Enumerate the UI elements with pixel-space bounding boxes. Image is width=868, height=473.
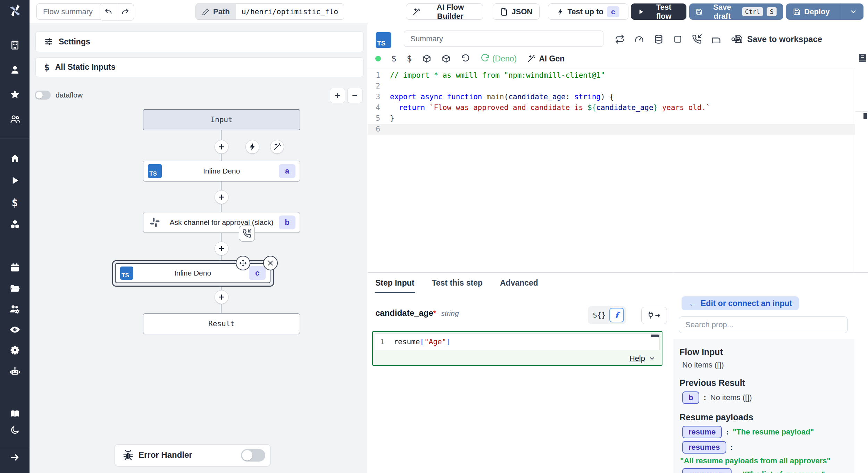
flow-input-empty: No items ([]) [682,361,854,370]
sidebar-item-runs[interactable] [0,172,30,189]
suspend-icon[interactable] [692,34,702,44]
code-editor[interactable]: 1// import * as wmill from "npm:windmill… [368,68,868,275]
save-to-workspace-button[interactable]: Save to workspace [734,34,822,44]
sidebar-item-folders[interactable] [0,280,30,297]
deploy-more-button[interactable] [844,8,863,16]
kbd-s: S [767,7,777,16]
code-line-3[interactable]: 3export async function main(candidate_ag… [368,92,868,102]
sleep-icon[interactable] [711,34,721,44]
deploy-button[interactable]: Deploy [786,7,836,16]
path-button[interactable]: Path [196,4,236,19]
sidebar-item-settings[interactable] [0,342,30,358]
insert-step-button[interactable] [215,242,228,255]
insert-step-button[interactable] [215,140,228,154]
lsp-status-dot [375,56,381,61]
delete-node-button[interactable] [263,256,278,270]
expression-code[interactable]: resume["Age"] [394,338,451,346]
code-line-6[interactable]: 6 [368,124,868,135]
flow-node-b[interactable]: Ask channel for approval (slack) b [143,212,300,233]
chevron-down-icon[interactable] [649,355,656,362]
undo-button[interactable] [100,4,117,20]
insert-step-button[interactable] [215,290,228,304]
scrollbar-thumb[interactable] [863,113,867,119]
error-handler-toggle[interactable] [241,449,265,462]
flow-node-result[interactable]: Result [143,313,300,334]
concurrency-limit-icon[interactable] [634,34,644,44]
sidebar-item-schedules[interactable] [0,259,30,276]
test-flow-button[interactable]: Test flow [631,3,686,20]
search-prop-input[interactable]: Search prop... [679,316,848,333]
javascript-mode-button[interactable]: f [609,308,624,322]
expr-scrollbar-thumb[interactable] [651,335,659,337]
error-handler-card[interactable]: Error Handler [115,444,270,466]
back-arrow: ← [688,299,696,308]
help-link[interactable]: Help [629,354,645,363]
typescript-icon: TS [376,32,391,48]
ai-gen-button[interactable]: AI Gen [527,54,565,64]
resource-icon[interactable] [422,54,431,63]
code-line-2[interactable]: 2 [368,81,868,92]
ai-step-button[interactable] [270,140,284,154]
sidebar-item-variables[interactable]: $ [0,194,30,211]
code-line-4[interactable]: 4 return `Flow was approved and candidat… [368,102,868,113]
prop-badge-approvers[interactable]: approvers [682,468,732,473]
prop-badge-b[interactable]: b [682,391,699,404]
resume-payloads-title: Resume payloads [679,412,854,422]
sidebar-item-favorites[interactable] [0,86,30,103]
code-line-1[interactable]: 1// import * as wmill from "npm:windmill… [368,70,868,81]
language-switcher[interactable]: (Deno) [481,54,517,64]
flow-node-input[interactable]: Input [143,109,300,130]
json-button[interactable]: JSON [493,3,540,20]
expr-line-number: 1 [380,338,385,346]
reset-icon[interactable] [461,54,470,63]
sidebar-expand-button[interactable] [0,449,30,466]
code-line-5[interactable]: 5} [368,113,868,124]
prop-badge-resumes[interactable]: resumes [682,441,726,454]
assets-icon[interactable]: $ [391,54,396,64]
sidebar-item-groups[interactable] [0,111,30,127]
sidebar-item-audit-logs[interactable] [0,321,30,338]
move-node-button[interactable] [236,256,250,270]
zoom-in-button[interactable]: + [330,88,345,103]
prop-badge-resume[interactable]: resume [682,426,722,438]
zoom-in-label: + [335,90,340,101]
flow-settings-row[interactable]: Settings [35,31,364,52]
insert-step-button[interactable] [215,190,228,204]
cache-icon[interactable] [654,34,663,44]
save-icon [734,35,743,44]
all-static-inputs-row[interactable]: $ All Static Inputs [35,57,364,77]
dataflow-toggle[interactable] [35,91,51,100]
sidebar-item-ai[interactable] [0,363,30,380]
retry-icon[interactable] [615,34,625,44]
sidebar-item-workers[interactable] [0,301,30,318]
flow-node-a[interactable]: TS Inline Deno a [143,161,300,181]
template-mode-button[interactable]: ${} [593,311,606,319]
redo-button[interactable] [117,4,134,20]
trigger-step-button[interactable] [245,140,259,154]
connect-input-button[interactable] [641,307,667,324]
tab-advanced[interactable]: Advanced [499,276,539,293]
sidebar-item-docs[interactable] [0,405,30,422]
early-stop-icon[interactable] [673,35,682,44]
step-summary-input[interactable]: Summary [404,31,603,47]
sidebar-item-workspace[interactable] [0,37,30,53]
variables-icon[interactable]: $ [407,54,411,64]
sidebar-item-dark-mode[interactable] [0,422,30,438]
expression-editor[interactable]: 1 resume["Age"] Help [372,331,662,366]
windmill-logo[interactable] [0,2,30,19]
approvers-row: approvers : "The list of approvers" [682,468,854,473]
tab-test-this-step[interactable]: Test this step [431,276,483,293]
save-draft-button[interactable]: Save draft Ctrl S [689,3,783,20]
resource-type-icon[interactable] [442,54,451,63]
path-value[interactable]: u/henri/optimistic_flo [236,4,344,19]
zoom-out-button[interactable]: − [347,88,362,103]
sidebar-item-home[interactable] [0,150,30,167]
sidebar-item-user[interactable] [0,61,30,78]
edit-or-connect-button[interactable]: ← Edit or connect an input [682,296,799,310]
function-icon: f [615,311,618,320]
test-up-to-button[interactable]: Test up to c [548,3,628,20]
tab-step-input[interactable]: Step Input [375,276,415,293]
script-library-icon[interactable] [857,53,868,63]
ai-flow-builder-button[interactable]: AI Flow Builder [406,3,483,20]
sidebar-item-resources[interactable] [0,216,30,233]
